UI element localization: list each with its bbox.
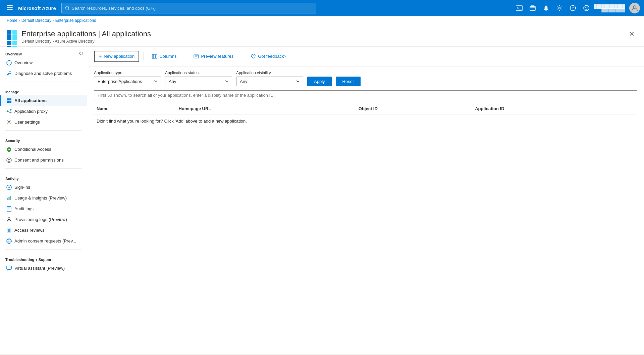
global-search-input[interactable] [72,6,313,11]
filter-app-visibility-select[interactable]: Any [236,77,303,86]
document-icon [6,206,12,212]
columns-icon [152,54,157,59]
sidebar-label-virtual-assistant: Virtual assistant (Preview) [14,266,65,271]
toolbar: + New application Columns Previe [87,47,644,66]
preview-icon [194,54,199,59]
svg-text:?: ? [572,6,574,10]
svg-point-40 [8,218,10,220]
sidebar-label-user-settings: User settings [14,120,40,125]
close-button[interactable]: ✕ [626,29,637,39]
sidebar-item-virtual-assistant[interactable]: Virtual assistant (Preview) [0,263,87,274]
page-subtitle: Default Directory - Azure Active Directo… [21,39,622,46]
topbar: Microsoft Azure ? [0,0,644,16]
svg-rect-2 [7,9,13,10]
sidebar-label-conditional-access: Conditional Access [14,147,51,152]
svg-rect-31 [8,160,10,161]
reset-button[interactable]: Reset [336,77,361,86]
sidebar-item-provisioning[interactable]: Provisioning logs (Preview) [0,214,87,225]
svg-point-15 [587,7,588,8]
sidebar-label-provisioning: Provisioning logs (Preview) [14,217,67,222]
hamburger-menu[interactable] [4,3,15,13]
svg-rect-33 [7,198,8,200]
search-bar-container [61,3,316,13]
sidebar-collapse-btn[interactable] [76,49,84,59]
svg-rect-52 [152,54,154,58]
breadcrumb: Home › Default Directory › Enterprise ap… [0,16,644,25]
svg-rect-1 [7,7,13,8]
filter-app-type-select[interactable]: Enterprise Applications [94,77,161,86]
heart-icon [251,54,256,59]
got-feedback-button[interactable]: Got feedback? [246,51,291,61]
sidebar-item-app-proxy[interactable]: Application proxy [0,106,87,117]
svg-rect-24 [7,110,8,112]
filter-app-visibility: Application visibility Any [236,71,303,86]
gear-icon [6,120,12,125]
globe-check-icon [6,238,12,244]
plus-icon: + [99,53,102,59]
sidebar-label-signins: Sign-ins [14,185,30,190]
help-icon[interactable]: ? [567,2,579,14]
sidebar-label-overview: Overview [14,60,33,65]
chevron-down-icon-2 [225,80,228,82]
filter-app-type-value: Enterprise Applications [98,79,142,84]
sidebar-item-usage[interactable]: Usage & insights (Preview) [0,193,87,204]
info-circle-icon: i [6,60,12,65]
filter-app-type: Application type Enterprise Applications [94,71,161,86]
sidebar-item-user-settings[interactable]: User settings [0,117,87,128]
settings-icon[interactable] [553,2,566,14]
notifications-icon[interactable] [540,2,552,14]
svg-rect-26 [10,112,11,113]
sidebar-item-access-reviews[interactable]: Access reviews [0,225,87,236]
table-body: Didn't find what you're looking for? Cli… [94,115,637,127]
user-avatar[interactable] [629,3,640,13]
sidebar-label-usage: Usage & insights (Preview) [14,195,67,201]
breadcrumb-home[interactable]: Home [7,18,17,23]
breadcrumb-sep-1: › [19,18,20,23]
svg-rect-0 [7,5,13,6]
table-container: Name Homepage URL Object ID Application … [87,103,644,127]
filter-app-status-select[interactable]: Any [165,77,232,86]
azure-logo: Microsoft Azure [18,5,56,11]
sidebar-item-conditional-access[interactable]: Conditional Access [0,144,87,155]
wrench-icon [6,71,12,76]
filter-app-status-value: Any [169,79,176,84]
col-homepage: Homepage URL [176,103,356,115]
sidebar-label-audit: Audit logs [14,206,34,211]
directory-icon[interactable] [527,2,539,14]
search-icon [65,6,70,10]
grid-icon [6,98,12,103]
preview-features-button[interactable]: Preview features [189,51,238,61]
sidebar-item-overview[interactable]: i Overview [0,57,87,68]
chat-icon [6,266,12,271]
sidebar-item-all-applications[interactable]: All applications [0,95,87,106]
columns-button[interactable]: Columns [148,51,181,61]
sidebar-item-consent[interactable]: Consent and permissions [0,155,87,166]
filter-app-visibility-label: Application visibility [236,71,303,75]
filter-app-status: Applications status Any [165,71,232,86]
sidebar-divider-2 [5,130,82,131]
lock-circle-icon [6,158,12,163]
sidebar-item-signins[interactable]: Sign-ins [0,182,87,193]
new-application-button[interactable]: + New application [94,51,139,62]
shield-icon [6,147,12,152]
sidebar-item-audit[interactable]: Audit logs [0,204,87,214]
svg-point-13 [584,5,589,11]
chevron-down-icon [154,80,157,82]
feedback-icon[interactable] [580,2,592,14]
sidebar-section-security: Security [0,133,87,144]
sidebar-label-all-apps: All applications [14,98,47,103]
sidebar-item-admin-consent[interactable]: Admin consent requests (Prev... [0,236,87,247]
cloud-shell-icon[interactable] [513,2,525,14]
sidebar-item-diagnose[interactable]: Diagnose and solve problems [0,68,87,79]
sidebar-section-troubleshooting: Troubleshooting + Support [0,252,87,263]
svg-point-51 [10,267,10,268]
svg-rect-22 [7,101,9,103]
app-search-input[interactable] [94,90,637,100]
sidebar-section-manage: Manage [0,85,87,95]
topbar-icons: ? ████████████ ██████████ [513,2,640,14]
sidebar-divider-4 [5,249,82,250]
apply-button[interactable]: Apply [307,77,332,86]
breadcrumb-default-directory[interactable]: Default Directory [21,18,51,23]
user-info: ████████████ ██████████ [594,4,625,12]
svg-rect-21 [9,98,11,100]
